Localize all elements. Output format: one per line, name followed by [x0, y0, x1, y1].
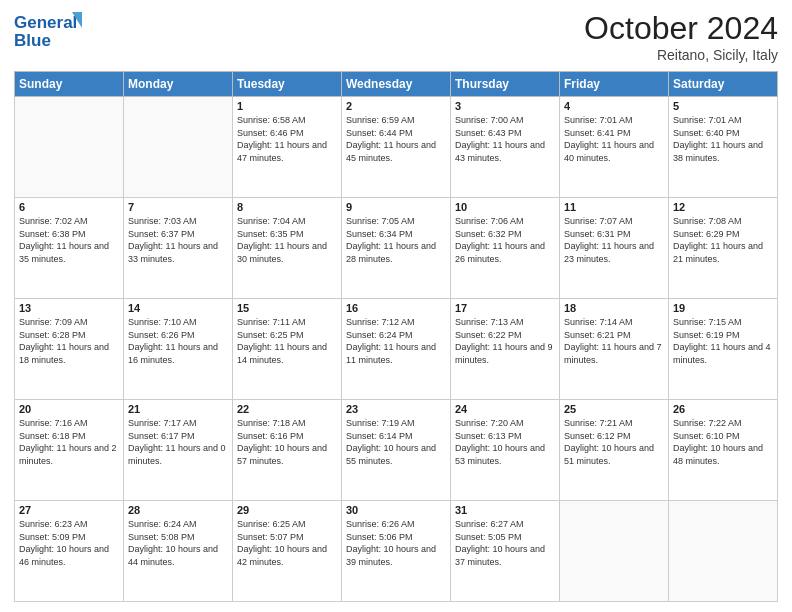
- day-number: 18: [564, 302, 664, 314]
- day-cell: 11Sunrise: 7:07 AM Sunset: 6:31 PM Dayli…: [560, 198, 669, 299]
- day-cell: 31Sunrise: 6:27 AM Sunset: 5:05 PM Dayli…: [451, 501, 560, 602]
- day-info: Sunrise: 7:09 AM Sunset: 6:28 PM Dayligh…: [19, 316, 119, 366]
- day-cell: 4Sunrise: 7:01 AM Sunset: 6:41 PM Daylig…: [560, 97, 669, 198]
- weekday-header-friday: Friday: [560, 72, 669, 97]
- day-number: 13: [19, 302, 119, 314]
- day-cell: 20Sunrise: 7:16 AM Sunset: 6:18 PM Dayli…: [15, 400, 124, 501]
- day-cell: 7Sunrise: 7:03 AM Sunset: 6:37 PM Daylig…: [124, 198, 233, 299]
- day-cell: 14Sunrise: 7:10 AM Sunset: 6:26 PM Dayli…: [124, 299, 233, 400]
- day-cell: 26Sunrise: 7:22 AM Sunset: 6:10 PM Dayli…: [669, 400, 778, 501]
- day-number: 27: [19, 504, 119, 516]
- weekday-header-tuesday: Tuesday: [233, 72, 342, 97]
- week-row-0: 1Sunrise: 6:58 AM Sunset: 6:46 PM Daylig…: [15, 97, 778, 198]
- day-info: Sunrise: 7:16 AM Sunset: 6:18 PM Dayligh…: [19, 417, 119, 467]
- day-number: 2: [346, 100, 446, 112]
- day-number: 23: [346, 403, 446, 415]
- day-cell: 8Sunrise: 7:04 AM Sunset: 6:35 PM Daylig…: [233, 198, 342, 299]
- day-info: Sunrise: 7:13 AM Sunset: 6:22 PM Dayligh…: [455, 316, 555, 366]
- day-info: Sunrise: 6:27 AM Sunset: 5:05 PM Dayligh…: [455, 518, 555, 568]
- day-info: Sunrise: 6:25 AM Sunset: 5:07 PM Dayligh…: [237, 518, 337, 568]
- day-cell: 28Sunrise: 6:24 AM Sunset: 5:08 PM Dayli…: [124, 501, 233, 602]
- logo: General Blue: [14, 10, 84, 54]
- day-info: Sunrise: 7:15 AM Sunset: 6:19 PM Dayligh…: [673, 316, 773, 366]
- day-number: 22: [237, 403, 337, 415]
- day-info: Sunrise: 6:26 AM Sunset: 5:06 PM Dayligh…: [346, 518, 446, 568]
- day-info: Sunrise: 7:21 AM Sunset: 6:12 PM Dayligh…: [564, 417, 664, 467]
- day-number: 12: [673, 201, 773, 213]
- day-number: 1: [237, 100, 337, 112]
- day-number: 11: [564, 201, 664, 213]
- day-cell: 2Sunrise: 6:59 AM Sunset: 6:44 PM Daylig…: [342, 97, 451, 198]
- day-info: Sunrise: 7:22 AM Sunset: 6:10 PM Dayligh…: [673, 417, 773, 467]
- day-cell: 12Sunrise: 7:08 AM Sunset: 6:29 PM Dayli…: [669, 198, 778, 299]
- day-info: Sunrise: 6:59 AM Sunset: 6:44 PM Dayligh…: [346, 114, 446, 164]
- title-block: October 2024 Reitano, Sicily, Italy: [584, 10, 778, 63]
- weekday-header-wednesday: Wednesday: [342, 72, 451, 97]
- day-number: 29: [237, 504, 337, 516]
- day-number: 24: [455, 403, 555, 415]
- day-cell: 15Sunrise: 7:11 AM Sunset: 6:25 PM Dayli…: [233, 299, 342, 400]
- day-number: 14: [128, 302, 228, 314]
- calendar-table: SundayMondayTuesdayWednesdayThursdayFrid…: [14, 71, 778, 602]
- day-cell: 16Sunrise: 7:12 AM Sunset: 6:24 PM Dayli…: [342, 299, 451, 400]
- day-number: 5: [673, 100, 773, 112]
- day-cell: [15, 97, 124, 198]
- weekday-header-thursday: Thursday: [451, 72, 560, 97]
- day-info: Sunrise: 7:07 AM Sunset: 6:31 PM Dayligh…: [564, 215, 664, 265]
- day-cell: 18Sunrise: 7:14 AM Sunset: 6:21 PM Dayli…: [560, 299, 669, 400]
- weekday-header-row: SundayMondayTuesdayWednesdayThursdayFrid…: [15, 72, 778, 97]
- day-number: 8: [237, 201, 337, 213]
- day-number: 25: [564, 403, 664, 415]
- calendar-body: 1Sunrise: 6:58 AM Sunset: 6:46 PM Daylig…: [15, 97, 778, 602]
- day-cell: [669, 501, 778, 602]
- day-cell: 27Sunrise: 6:23 AM Sunset: 5:09 PM Dayli…: [15, 501, 124, 602]
- day-cell: 17Sunrise: 7:13 AM Sunset: 6:22 PM Dayli…: [451, 299, 560, 400]
- day-number: 10: [455, 201, 555, 213]
- day-cell: 21Sunrise: 7:17 AM Sunset: 6:17 PM Dayli…: [124, 400, 233, 501]
- day-number: 30: [346, 504, 446, 516]
- day-info: Sunrise: 6:58 AM Sunset: 6:46 PM Dayligh…: [237, 114, 337, 164]
- day-cell: 19Sunrise: 7:15 AM Sunset: 6:19 PM Dayli…: [669, 299, 778, 400]
- svg-text:Blue: Blue: [14, 31, 51, 50]
- day-info: Sunrise: 7:05 AM Sunset: 6:34 PM Dayligh…: [346, 215, 446, 265]
- day-cell: 22Sunrise: 7:18 AM Sunset: 6:16 PM Dayli…: [233, 400, 342, 501]
- day-cell: 13Sunrise: 7:09 AM Sunset: 6:28 PM Dayli…: [15, 299, 124, 400]
- day-info: Sunrise: 7:01 AM Sunset: 6:41 PM Dayligh…: [564, 114, 664, 164]
- logo-svg: General Blue: [14, 10, 84, 54]
- day-info: Sunrise: 7:03 AM Sunset: 6:37 PM Dayligh…: [128, 215, 228, 265]
- day-number: 20: [19, 403, 119, 415]
- month-title: October 2024: [584, 10, 778, 47]
- day-number: 26: [673, 403, 773, 415]
- day-number: 28: [128, 504, 228, 516]
- day-info: Sunrise: 7:10 AM Sunset: 6:26 PM Dayligh…: [128, 316, 228, 366]
- day-info: Sunrise: 7:02 AM Sunset: 6:38 PM Dayligh…: [19, 215, 119, 265]
- day-cell: 9Sunrise: 7:05 AM Sunset: 6:34 PM Daylig…: [342, 198, 451, 299]
- day-info: Sunrise: 6:23 AM Sunset: 5:09 PM Dayligh…: [19, 518, 119, 568]
- day-cell: 3Sunrise: 7:00 AM Sunset: 6:43 PM Daylig…: [451, 97, 560, 198]
- day-number: 9: [346, 201, 446, 213]
- day-cell: 23Sunrise: 7:19 AM Sunset: 6:14 PM Dayli…: [342, 400, 451, 501]
- day-number: 21: [128, 403, 228, 415]
- day-info: Sunrise: 7:12 AM Sunset: 6:24 PM Dayligh…: [346, 316, 446, 366]
- day-cell: [560, 501, 669, 602]
- day-number: 17: [455, 302, 555, 314]
- day-cell: 25Sunrise: 7:21 AM Sunset: 6:12 PM Dayli…: [560, 400, 669, 501]
- day-info: Sunrise: 7:18 AM Sunset: 6:16 PM Dayligh…: [237, 417, 337, 467]
- weekday-header-monday: Monday: [124, 72, 233, 97]
- day-number: 6: [19, 201, 119, 213]
- day-info: Sunrise: 7:01 AM Sunset: 6:40 PM Dayligh…: [673, 114, 773, 164]
- day-info: Sunrise: 6:24 AM Sunset: 5:08 PM Dayligh…: [128, 518, 228, 568]
- weekday-header-saturday: Saturday: [669, 72, 778, 97]
- day-cell: 6Sunrise: 7:02 AM Sunset: 6:38 PM Daylig…: [15, 198, 124, 299]
- day-number: 3: [455, 100, 555, 112]
- day-number: 7: [128, 201, 228, 213]
- page: General Blue October 2024 Reitano, Sicil…: [0, 0, 792, 612]
- day-info: Sunrise: 7:06 AM Sunset: 6:32 PM Dayligh…: [455, 215, 555, 265]
- weekday-header-sunday: Sunday: [15, 72, 124, 97]
- day-cell: [124, 97, 233, 198]
- day-number: 19: [673, 302, 773, 314]
- week-row-2: 13Sunrise: 7:09 AM Sunset: 6:28 PM Dayli…: [15, 299, 778, 400]
- day-cell: 5Sunrise: 7:01 AM Sunset: 6:40 PM Daylig…: [669, 97, 778, 198]
- day-info: Sunrise: 7:11 AM Sunset: 6:25 PM Dayligh…: [237, 316, 337, 366]
- day-number: 31: [455, 504, 555, 516]
